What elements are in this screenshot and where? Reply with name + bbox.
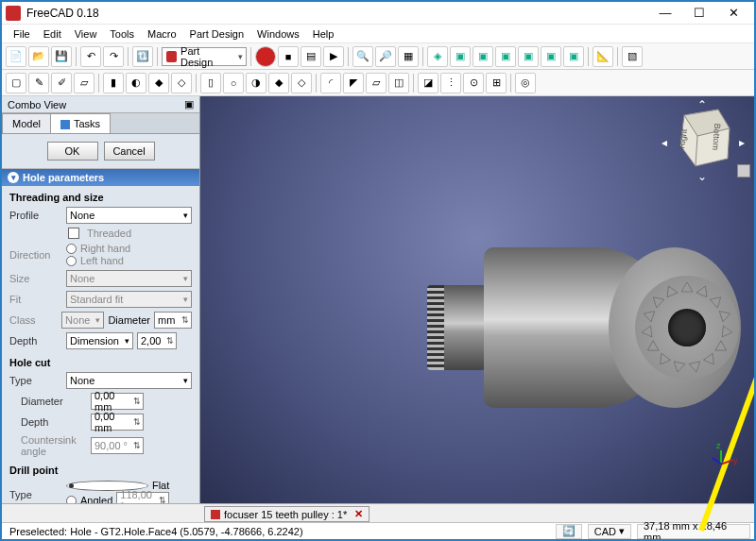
- menu-help[interactable]: Help: [307, 26, 340, 42]
- macro-stop-icon[interactable]: ■: [278, 46, 299, 67]
- chamfer-icon[interactable]: ◤: [343, 73, 364, 93]
- right-hand-label: Right hand: [80, 243, 130, 254]
- view-front-icon[interactable]: ▣: [450, 46, 471, 67]
- menu-tools[interactable]: Tools: [104, 26, 140, 42]
- sweep-add-icon[interactable]: ◇: [171, 73, 192, 93]
- minimize-button[interactable]: —: [648, 3, 682, 24]
- hc-depth-label: Depth: [21, 416, 87, 428]
- document-tab[interactable]: focuser 15 teeth pulley : 1* ✕: [204, 506, 369, 522]
- navcube-mini-icon[interactable]: [737, 164, 750, 178]
- draw-style-icon[interactable]: ▦: [398, 46, 419, 67]
- maximize-button[interactable]: ☐: [682, 3, 716, 24]
- workbench-selector[interactable]: Part Design: [162, 47, 247, 66]
- pocket-icon[interactable]: ▯: [200, 73, 221, 93]
- view-top-icon[interactable]: ▣: [472, 46, 493, 67]
- macro-list-icon[interactable]: ▤: [301, 46, 321, 67]
- create-sketch-icon[interactable]: ✎: [28, 73, 49, 93]
- menu-windows[interactable]: Windows: [251, 26, 305, 42]
- threaded-checkbox[interactable]: [68, 228, 79, 239]
- view-right-icon[interactable]: ▣: [495, 46, 516, 67]
- class-select: None: [61, 312, 104, 329]
- combo-float-icon[interactable]: ▣: [184, 98, 194, 110]
- close-window-button[interactable]: ✕: [716, 3, 750, 24]
- loft-sub-icon[interactable]: ◆: [268, 73, 289, 93]
- tab-tasks[interactable]: Tasks: [50, 113, 111, 133]
- macro-play-icon[interactable]: ▶: [323, 46, 344, 67]
- menu-edit[interactable]: Edit: [38, 26, 67, 42]
- create-body-icon[interactable]: ▢: [6, 73, 26, 93]
- view-rear-icon[interactable]: ▣: [518, 46, 539, 67]
- 3d-viewport[interactable]: Right Bottom ⌃ ⌄ ◂ ▸ z y: [200, 96, 754, 503]
- status-preselected: Preselected: Hole - GT2.Hole.Face4 (5.05…: [6, 526, 550, 537]
- menu-macro[interactable]: Macro: [142, 26, 182, 42]
- panel-header[interactable]: ▾ Hole parameters: [2, 169, 199, 186]
- mirror-icon[interactable]: ◪: [418, 73, 438, 93]
- pad-icon[interactable]: ▮: [103, 73, 124, 93]
- countersink-label: Countersink angle: [21, 434, 87, 457]
- boolean-icon[interactable]: ◎: [515, 73, 536, 93]
- multi-transform-icon[interactable]: ⊞: [486, 73, 507, 93]
- hc-depth-spinner[interactable]: 0,00 mm: [91, 414, 144, 431]
- depth-spinner[interactable]: 2,00: [137, 332, 177, 349]
- section-holecut: Hole cut: [2, 351, 199, 370]
- view-iso-icon[interactable]: ◈: [427, 46, 448, 67]
- depth-label: Depth: [9, 335, 62, 347]
- loft-add-icon[interactable]: ◆: [148, 73, 169, 93]
- dp-type-label: Type: [9, 489, 62, 500]
- undo-icon[interactable]: ↶: [80, 46, 101, 67]
- redo-icon[interactable]: ↷: [103, 46, 124, 67]
- sweep-sub-icon[interactable]: ◇: [291, 73, 312, 93]
- profile-select[interactable]: None: [66, 207, 192, 224]
- menu-view[interactable]: View: [69, 26, 103, 42]
- fillet-icon[interactable]: ◜: [320, 73, 341, 93]
- navcube-bottom-label: Bottom: [711, 123, 722, 150]
- revolution-icon[interactable]: ◐: [126, 73, 146, 93]
- drillpoint-angled-label: Angled: [80, 495, 112, 503]
- menu-partdesign[interactable]: Part Design: [184, 26, 249, 42]
- view-bottom-icon[interactable]: ▣: [541, 46, 561, 67]
- linear-pattern-icon[interactable]: ⋮: [440, 73, 461, 93]
- open-doc-icon[interactable]: 📂: [28, 46, 49, 67]
- edit-sketch-icon[interactable]: ✐: [51, 73, 72, 93]
- section-threading: Threading and size: [2, 186, 199, 205]
- ok-button[interactable]: OK: [47, 142, 98, 161]
- draft-icon[interactable]: ▱: [366, 73, 387, 93]
- right-hand-radio: [66, 244, 77, 254]
- save-doc-icon[interactable]: 💾: [51, 46, 72, 67]
- new-doc-icon[interactable]: 📄: [6, 46, 26, 67]
- workbench-icon: [166, 51, 177, 62]
- navcube-arrow-left-icon[interactable]: ◂: [662, 136, 667, 149]
- drillpoint-angled-radio[interactable]: [66, 496, 77, 503]
- navigation-cube[interactable]: Right Bottom ⌃ ⌄ ◂ ▸: [665, 104, 741, 179]
- class-label: Class: [9, 314, 58, 326]
- cancel-button[interactable]: Cancel: [104, 142, 155, 161]
- direction-label: Direction: [9, 249, 62, 261]
- menu-file[interactable]: File: [8, 26, 36, 42]
- view-left-icon[interactable]: ▣: [563, 46, 584, 67]
- refresh-icon[interactable]: 🔃: [132, 46, 153, 67]
- polar-pattern-icon[interactable]: ⊙: [463, 73, 484, 93]
- thickness-icon[interactable]: ◫: [388, 73, 409, 93]
- map-sketch-icon[interactable]: ▱: [74, 73, 94, 93]
- doc-tab-close-icon[interactable]: ✕: [354, 508, 363, 520]
- navcube-arrow-right-icon[interactable]: ▸: [739, 136, 745, 149]
- toolbar-row-2: ▢ ✎ ✐ ▱ ▮ ◐ ◆ ◇ ▯ ○ ◑ ◆ ◇ ◜ ◤ ▱ ◫ ◪ ⋮ ⊙ …: [2, 70, 754, 96]
- zoom-fit-icon[interactable]: 🔍: [352, 46, 373, 67]
- status-recompute-icon[interactable]: 🔄: [556, 524, 582, 539]
- holecut-type-select[interactable]: None: [66, 372, 192, 389]
- tab-model[interactable]: Model: [2, 113, 51, 133]
- model-pulley-teeth[interactable]: [427, 285, 444, 370]
- groove-icon[interactable]: ◑: [246, 73, 266, 93]
- status-nav-style[interactable]: CAD ▾: [588, 524, 631, 539]
- part-icon[interactable]: ▧: [622, 46, 643, 67]
- hc-diameter-spinner[interactable]: 0,00 mm: [91, 393, 144, 410]
- zoom-select-icon[interactable]: 🔎: [375, 46, 396, 67]
- macro-record-icon[interactable]: [255, 46, 276, 67]
- measure-icon[interactable]: 📐: [593, 46, 613, 67]
- navcube-arrow-down-icon[interactable]: ⌄: [697, 170, 707, 183]
- navcube-arrow-up-icon[interactable]: ⌃: [697, 98, 707, 111]
- diameter-spinner[interactable]: mm: [154, 312, 192, 329]
- hole-icon[interactable]: ○: [223, 73, 244, 93]
- workbench-label: Part Design: [180, 45, 231, 68]
- depth-select[interactable]: Dimension: [66, 332, 133, 349]
